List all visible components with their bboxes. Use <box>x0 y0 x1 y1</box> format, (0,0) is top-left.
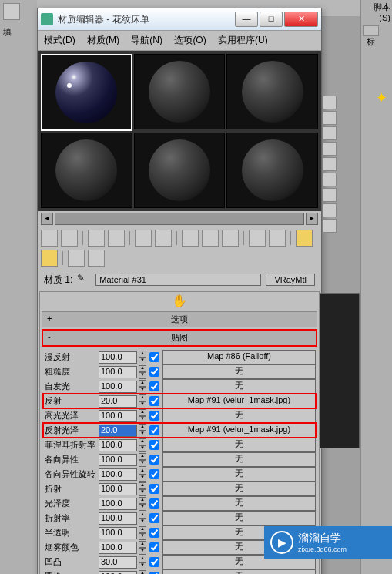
param-value-input[interactable]: 100.0 <box>99 498 137 510</box>
sample-slot-5[interactable] <box>134 133 226 208</box>
material-id-icon[interactable] <box>222 230 239 247</box>
spinner-buttons[interactable]: ▲▼ <box>139 570 146 575</box>
preview-icon[interactable] <box>323 173 337 186</box>
spinner-buttons[interactable]: ▲▼ <box>139 526 146 540</box>
param-value-input[interactable]: 100.0 <box>99 366 137 378</box>
map-slot-button[interactable]: 无 <box>162 569 316 574</box>
sample-slot-1[interactable] <box>41 54 132 131</box>
pan-hand-icon[interactable]: ✋ <box>40 292 319 310</box>
map-slot-button[interactable]: 无 <box>162 408 316 423</box>
titlebar[interactable]: 材质编辑器 - 花纹床单 — □ ✕ <box>38 8 321 31</box>
sample-scrollbar[interactable]: ◄ ► <box>38 211 321 227</box>
reset-icon[interactable] <box>108 230 125 247</box>
scroll-track[interactable] <box>55 213 304 225</box>
param-enable-checkbox[interactable] <box>149 411 159 421</box>
map-slot-button[interactable]: 无 <box>162 511 316 525</box>
map-slot-button[interactable]: 无 <box>162 452 316 467</box>
material-type-button[interactable]: VRayMtl <box>266 274 315 286</box>
map-slot-button[interactable]: Map #91 (velur_1mask.jpg) <box>162 423 316 438</box>
map-slot-button[interactable]: 无 <box>162 467 316 482</box>
sample-slot-2[interactable] <box>134 54 226 129</box>
param-enable-checkbox[interactable] <box>149 469 159 479</box>
material-name-input[interactable] <box>95 274 261 286</box>
param-value-input[interactable]: 100.0 <box>99 381 137 393</box>
param-value-input[interactable]: 100.0 <box>99 571 137 575</box>
param-enable-checkbox[interactable] <box>149 425 159 435</box>
copy-icon[interactable] <box>155 230 172 247</box>
param-value-input[interactable]: 100.0 <box>99 527 137 539</box>
close-button[interactable]: ✕ <box>284 12 318 27</box>
param-value-input[interactable]: 100.0 <box>99 483 137 495</box>
spinner-buttons[interactable]: ▲▼ <box>139 424 146 438</box>
right-tab-label[interactable]: 标 <box>363 25 379 36</box>
param-value-input[interactable]: 100.0 <box>99 512 137 525</box>
menu-navigation[interactable]: 导航(N) <box>131 35 162 45</box>
options-icon[interactable] <box>323 188 337 202</box>
spinner-buttons[interactable]: ▲▼ <box>139 409 146 423</box>
backlight-icon[interactable] <box>323 111 337 125</box>
sample-type-icon[interactable] <box>323 96 337 109</box>
param-enable-checkbox[interactable] <box>149 528 159 538</box>
map-slot-button[interactable]: 无 <box>162 496 316 511</box>
param-enable-checkbox[interactable] <box>149 381 159 391</box>
delete-icon[interactable] <box>135 230 152 247</box>
put-to-library-icon[interactable] <box>202 230 219 247</box>
map-slot-button[interactable]: 无 <box>162 482 316 496</box>
left-icon[interactable] <box>3 3 20 20</box>
param-enable-checkbox[interactable] <box>149 542 159 552</box>
param-enable-checkbox[interactable] <box>149 455 159 465</box>
assign-icon[interactable] <box>88 230 105 247</box>
param-enable-checkbox[interactable] <box>149 557 159 567</box>
put-to-scene-icon[interactable] <box>61 230 78 247</box>
param-value-input[interactable]: 20.0 <box>99 395 137 408</box>
uv-tile-icon[interactable] <box>323 142 337 156</box>
get-material-icon[interactable] <box>41 230 58 247</box>
map-slot-button[interactable]: 无 <box>162 379 316 394</box>
spinner-buttons[interactable]: ▲▼ <box>139 541 146 555</box>
param-value-input[interactable]: 100.0 <box>99 439 137 451</box>
spinner-buttons[interactable]: ▲▼ <box>139 512 146 525</box>
map-slot-button[interactable]: 无 <box>162 364 316 379</box>
param-enable-checkbox[interactable] <box>149 367 159 377</box>
maximize-button[interactable]: □ <box>260 12 283 27</box>
spinner-buttons[interactable]: ▲▼ <box>139 438 146 452</box>
scroll-right-icon[interactable]: ► <box>306 213 318 225</box>
param-value-input[interactable]: 100.0 <box>99 454 137 466</box>
scroll-left-icon[interactable]: ◄ <box>41 213 53 225</box>
param-enable-checkbox[interactable] <box>149 498 159 509</box>
sample-slot-3[interactable] <box>226 54 318 129</box>
param-value-input[interactable]: 20.0 <box>99 425 137 437</box>
param-enable-checkbox[interactable] <box>149 352 159 362</box>
param-value-input[interactable]: 30.0 <box>99 556 137 569</box>
mat-map-nav-icon[interactable] <box>323 219 337 233</box>
map-slot-button[interactable]: Map #91 (velur_1mask.jpg) <box>162 394 316 408</box>
param-enable-checkbox[interactable] <box>149 513 159 523</box>
go-parent-icon[interactable] <box>296 230 313 247</box>
spinner-buttons[interactable]: ▲▼ <box>139 453 146 467</box>
param-enable-checkbox[interactable] <box>149 484 159 494</box>
menu-scripts[interactable]: 脚本(S) <box>361 0 392 24</box>
menu-utilities[interactable]: 实用程序(U) <box>218 35 268 45</box>
spinner-buttons[interactable]: ▲▼ <box>139 468 146 482</box>
spinner-buttons[interactable]: ▲▼ <box>139 351 146 364</box>
menu-material[interactable]: 材质(M) <box>87 35 119 45</box>
show-end-result-icon[interactable] <box>269 230 286 247</box>
spinner-buttons[interactable]: ▲▼ <box>139 556 146 569</box>
param-value-input[interactable]: 100.0 <box>99 351 137 364</box>
sibling-prev-icon[interactable] <box>68 250 85 267</box>
param-value-input[interactable]: 100.0 <box>99 410 137 422</box>
video-check-icon[interactable] <box>323 157 337 171</box>
param-enable-checkbox[interactable] <box>149 396 159 406</box>
map-slot-button[interactable]: Map #86 (Falloff) <box>162 350 316 364</box>
spinner-buttons[interactable]: ▲▼ <box>139 365 146 379</box>
menu-mode[interactable]: 模式(D) <box>44 35 75 45</box>
select-by-mat-icon[interactable] <box>323 203 337 217</box>
sample-slot-4[interactable] <box>41 133 132 208</box>
background-icon[interactable] <box>323 126 337 140</box>
param-enable-checkbox[interactable] <box>149 440 159 450</box>
sample-slot-6[interactable] <box>226 133 318 208</box>
show-map-icon[interactable] <box>249 230 266 247</box>
rollout-maps[interactable]: - 贴图 <box>42 329 317 347</box>
spinner-buttons[interactable]: ▲▼ <box>139 380 146 394</box>
spinner-buttons[interactable]: ▲▼ <box>139 497 146 511</box>
